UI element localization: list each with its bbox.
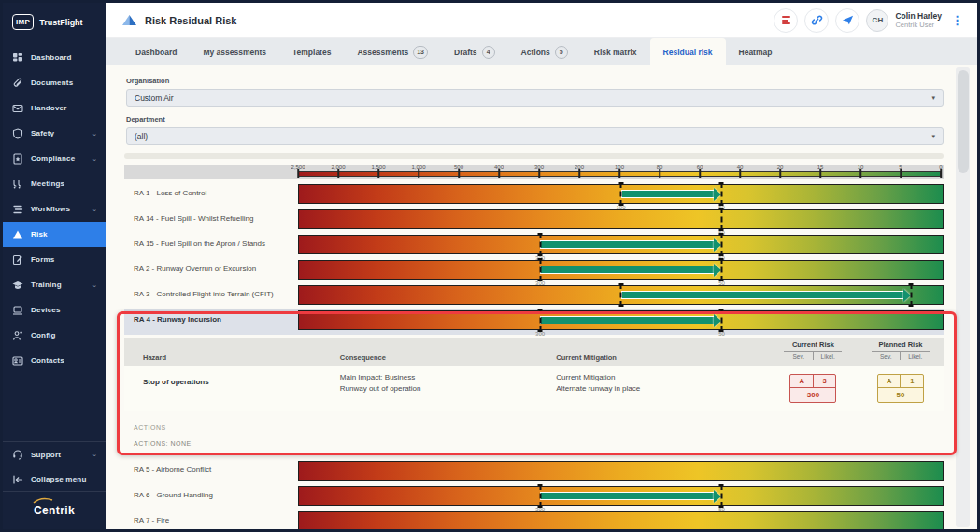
axis-tick-label: 0 [939,165,942,170]
sidebar-item-label: Compliance [31,154,75,163]
sidebar-item-documents[interactable]: Documents [3,70,106,95]
kebab-menu-icon[interactable]: ⋮ [948,13,966,27]
sidebar-item-devices[interactable]: Devices [3,297,106,323]
risk-row-ra14[interactable]: RA 14 - Fuel Spill - Whilst Refuelling50 [124,208,944,234]
current-risk-box: A 3 300 [789,374,836,403]
sidebar-item-config[interactable]: Config [3,323,106,348]
tab-dashboard[interactable]: Dashboard [122,38,190,65]
planned-risk-marker [718,233,725,256]
detail-data-row: Stop of operations Main Impact: Business… [124,366,944,411]
axis-tick-mark [739,169,741,178]
trustflight-logo[interactable]: IMP TrustFlight [3,3,106,39]
tab-count-badge: 5 [555,46,568,59]
chevron-down-icon: ⌄ [92,155,97,163]
axis-tick-mark [377,169,379,178]
risk-value-label: 300 [535,331,545,337]
sidebar-item-compliance[interactable]: Compliance⌄ [3,146,106,171]
risk-bar [298,461,944,481]
centrik-brand: Centrik [3,491,106,529]
sidebar-item-collapse-menu[interactable]: Collapse menu [3,467,106,491]
tab-count-badge: 4 [482,46,495,59]
axis-tick-mark [578,169,580,178]
sidebar-item-meetings[interactable]: Meetings [3,171,106,196]
sidebar-item-support[interactable]: Support⌄ [3,442,106,467]
sidebar-item-forms[interactable]: Forms [3,247,106,272]
risk-row-ra6[interactable]: RA 6 - Ground Handling30050 [124,485,944,510]
axis-tick-label: 20 [777,165,784,170]
vertical-scrollbar[interactable] [956,67,970,527]
training-icon [11,279,23,291]
current-risk-marker [537,484,544,508]
axis-tick-mark [337,169,339,178]
scrollbar-thumb[interactable] [958,70,969,173]
current-risk-marker [718,208,725,231]
planned-likelihood: 1 [900,375,923,387]
sidebar-item-handover[interactable]: Handover [3,95,106,121]
actions-label: ACTIONS [124,411,944,431]
risk-row-ra2[interactable]: RA 2 - Runway Overrun or Excursion30050 [124,259,944,284]
risk-row-label: RA 4 - Runway Incursion [124,309,298,324]
expanded-risk-detail: Hazard Consequence Current Mitigation Cu… [124,338,944,453]
avatar[interactable]: CH [866,9,888,32]
sidebar-item-workflows[interactable]: Workflows⌄ [3,196,106,222]
risk-row-ra15[interactable]: RA 15 - Fuel Spill on the Apron / Stands… [124,234,944,259]
risk-row-ra3[interactable]: RA 3 - Controlled Flight into Terrain (C… [124,284,944,309]
tab-label: Residual risk [663,48,713,57]
risk-row-label: RA 3 - Controlled Flight into Terrain (C… [124,284,298,298]
axis-tick-label: 1,500 [371,165,385,170]
axis-tick-mark [779,169,781,178]
sidebar-item-safety[interactable]: Safety⌄ [3,121,106,146]
chart-axis: 2,5002,0001,5001,00050040030020010080604… [124,165,944,179]
share-link-button[interactable] [804,8,829,33]
marker-cap [719,309,724,310]
marker-cap [618,182,623,184]
axis-tick-mark [418,169,419,178]
tab-risk-matrix[interactable]: Risk matrix [581,38,650,65]
chevron-down-icon: ⌄ [92,281,97,289]
risk-row-label: RA 14 - Fuel Spill - Whilst Refuelling [124,208,298,223]
marker-cap [719,258,724,260]
sidebar-item-label: Meetings [31,180,64,188]
tab-heatmap[interactable]: Heatmap [726,38,786,65]
axis-tick-mark [458,169,460,178]
sidebar-item-label: Workflows [31,205,70,213]
tab-my-assessments[interactable]: My assessments [190,38,279,65]
sidebar-item-risk[interactable]: Risk [3,222,106,247]
risk-reduction-arrow [540,492,715,500]
megaphone-icon [842,14,854,26]
axis-tick-label: 200 [575,165,584,170]
department-select[interactable]: (all) ▾ [126,127,944,145]
risk-row-ra1[interactable]: RA 1 - Loss of Control10050 [124,183,944,208]
risk-row-ra5[interactable]: RA 5 - Airborne Conflict [124,460,944,485]
announcements-button[interactable] [835,8,859,33]
risk-bar: 50 [298,209,944,229]
user-meta[interactable]: Colin Harley Centrik User [895,11,942,30]
axis-tick-label: 10 [858,165,864,170]
sidebar-item-training[interactable]: Training⌄ [3,272,106,297]
risk-row-ra4[interactable]: RA 4 - Runway Incursion30050 [124,309,944,335]
sidebar-item-dashboard[interactable]: Dashboard [3,45,106,70]
tab-templates[interactable]: Templates [279,38,344,65]
sidebar-item-label: Collapse menu [31,475,87,483]
sidebar-item-contacts[interactable]: Contacts [3,348,106,373]
tab-residual-risk[interactable]: Residual risk [650,38,726,65]
planned-risk-value: 50 [878,388,923,402]
marker-cap [538,309,543,310]
centrik-logo-text: Centrik [34,504,75,517]
tab-drafts[interactable]: Drafts4 [441,38,508,65]
meetings-icon [11,178,23,190]
axis-tick-mark [900,169,902,178]
consequence-value: Main Impact: Business Runway out of oper… [340,372,557,403]
priority-list-button[interactable] [774,8,798,33]
axis-tick-label: 2,500 [291,165,305,170]
risk-row-ra7[interactable]: RA 7 - Fire [124,510,944,529]
organisation-select[interactable]: Custom Air ▾ [126,89,944,107]
axis-tick-mark [699,169,701,178]
tab-assessments[interactable]: Assessments13 [344,38,441,65]
axis-tick-mark [618,169,620,178]
user-name: Colin Harley [895,11,942,22]
tab-label: Actions [521,48,550,57]
sidebar-item-label: Handover [31,104,67,112]
current-risk-marker [618,182,624,206]
tab-actions[interactable]: Actions5 [508,38,581,65]
